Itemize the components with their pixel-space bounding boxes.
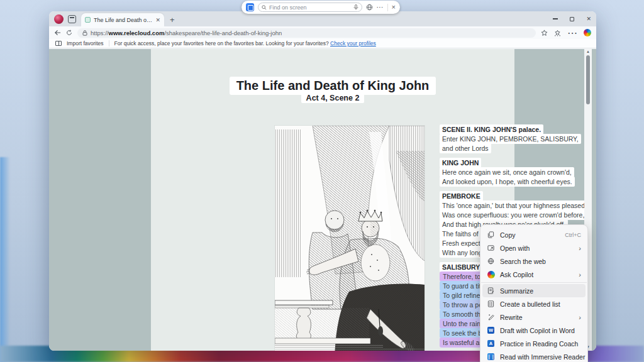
verse-line: This 'once again,' but that your highnes… [440, 200, 589, 211]
import-favorites-icon [55, 41, 62, 46]
close-icon[interactable]: × [392, 4, 396, 11]
url-text: https://www.relecloud.com/shakespeare/th… [91, 30, 282, 36]
menu-item-rewrite[interactable]: Rewrite › [480, 310, 587, 324]
favorites-bar-icon[interactable] [554, 30, 561, 36]
reading-coach-icon: A [487, 339, 495, 348]
verse-line: Was once superfluous: you were crown'd b… [440, 210, 587, 220]
import-favorites-button[interactable]: Import favorites [67, 40, 104, 47]
browser-tab[interactable]: The Life and Death of King John ✕ [81, 13, 164, 26]
favorite-star-icon[interactable] [541, 30, 548, 36]
window-controls: ✕ [553, 11, 591, 26]
open-with-icon [487, 244, 495, 252]
bulleted-list-icon [487, 300, 495, 308]
king-john-engraving-image [275, 126, 425, 351]
menu-item-practice-in-reading-coach[interactable]: A Practice in Reading Coach [480, 337, 587, 350]
globe-icon[interactable] [366, 4, 373, 11]
verse-line: Here once again we sit, once again crown… [440, 167, 574, 177]
find-on-screen-input[interactable] [269, 4, 351, 11]
verse-line: And looked upon, I hope, with cheerful e… [440, 177, 575, 187]
speaker-name: SALISBURY [440, 262, 482, 272]
tab-actions-icon[interactable] [68, 15, 76, 23]
menu-item-summarize[interactable]: Summarize [482, 284, 586, 297]
settings-more-icon[interactable]: ⋯ [567, 27, 577, 39]
shortcut-label: Ctrl+C [565, 232, 581, 238]
check-profiles-link[interactable]: Check your profiles [330, 40, 376, 47]
submenu-chevron-icon: › [579, 271, 581, 278]
menu-item-read-with-immersive-reader[interactable]: ❘❘ Read with Immersive Reader [480, 350, 587, 362]
rewrite-icon [487, 313, 495, 321]
new-tab-button[interactable]: + [170, 16, 175, 24]
page-title: The Life and Death of King John [230, 77, 436, 95]
find-on-screen-toolbar: ⋯ × [242, 1, 400, 14]
menu-item-copy[interactable]: Copy Ctrl+C [480, 228, 587, 241]
refresh-icon[interactable] [66, 30, 72, 36]
page-subtitle: Act 4, Scene 2 [301, 93, 365, 103]
stage-direction: Enter KING JOHN, PEMBROKE, SALISBURY, [440, 134, 581, 144]
favorites-divider [109, 40, 109, 47]
article-header: The Life and Death of King John Act 4, S… [151, 77, 514, 103]
menu-item-search-the-web[interactable]: Search the web [480, 255, 587, 268]
browser-toolbar: https://www.relecloud.com/shakespeare/th… [49, 26, 596, 39]
overlay-divider [387, 4, 388, 11]
copilot-icon [487, 270, 495, 278]
article-column: The Life and Death of King John Act 4, S… [151, 49, 514, 351]
submenu-chevron-icon: › [579, 244, 581, 252]
copy-icon [487, 231, 495, 239]
menu-item-open-with[interactable]: Open with › [480, 241, 587, 255]
menu-separator [481, 282, 587, 283]
king-john-speech: KING JOHN Here once again we sit, once a… [440, 158, 596, 186]
summarize-icon [487, 287, 495, 295]
stage-direction: and other Lords [440, 143, 491, 153]
visual-search-icon[interactable] [246, 3, 254, 11]
search-icon [262, 5, 267, 10]
page-favicon [85, 17, 91, 23]
wallpaper-blue-petal [0, 157, 10, 362]
address-bar[interactable]: https://www.relecloud.com/shakespeare/th… [77, 28, 536, 38]
more-options-icon[interactable]: ⋯ [377, 4, 384, 11]
back-icon[interactable] [54, 30, 61, 36]
tab-close-icon[interactable]: ✕ [155, 17, 160, 23]
lock-icon[interactable] [82, 30, 87, 36]
scrollbar-thumb[interactable] [586, 55, 590, 104]
menu-item-ask-copilot[interactable]: Ask Copilot › [480, 268, 587, 281]
copilot-icon[interactable] [584, 29, 591, 36]
immersive-reader-icon: ❘❘ [487, 353, 495, 361]
menu-item-create-bulleted-list[interactable]: Create a bulleted list [480, 297, 587, 310]
submenu-chevron-icon: › [579, 314, 581, 321]
scene-block: SCENE II. KING JOHN'S palace. Enter KING… [440, 124, 596, 153]
speaker-name: PEMBROKE [440, 191, 483, 201]
context-menu: Copy Ctrl+C Open with › Search the web A… [480, 224, 588, 362]
toolbar-right-icons: ⋯ [541, 27, 591, 39]
maximize-button[interactable] [570, 17, 574, 21]
word-icon: W [487, 326, 495, 334]
find-on-screen-searchbox[interactable] [258, 3, 362, 12]
favorites-bar: Import favorites For quick access, place… [49, 39, 596, 48]
web-search-icon [487, 257, 495, 265]
scroll-up-icon[interactable]: ▲ [586, 49, 590, 54]
favorites-hint-text: For quick access, place your favorites h… [114, 40, 376, 47]
scene-heading: SCENE II. KING JOHN'S palace. [440, 124, 543, 134]
tab-title: The Life and Death of King John [94, 17, 152, 23]
microphone-icon[interactable] [353, 4, 358, 10]
minimize-button[interactable] [553, 18, 558, 19]
menu-item-draft-with-copilot-in-word[interactable]: W Draft with Copilot in Word [480, 324, 587, 337]
speaker-name: KING JOHN [440, 158, 481, 168]
profile-avatar[interactable] [54, 14, 64, 24]
close-window-button[interactable]: ✕ [586, 16, 591, 22]
